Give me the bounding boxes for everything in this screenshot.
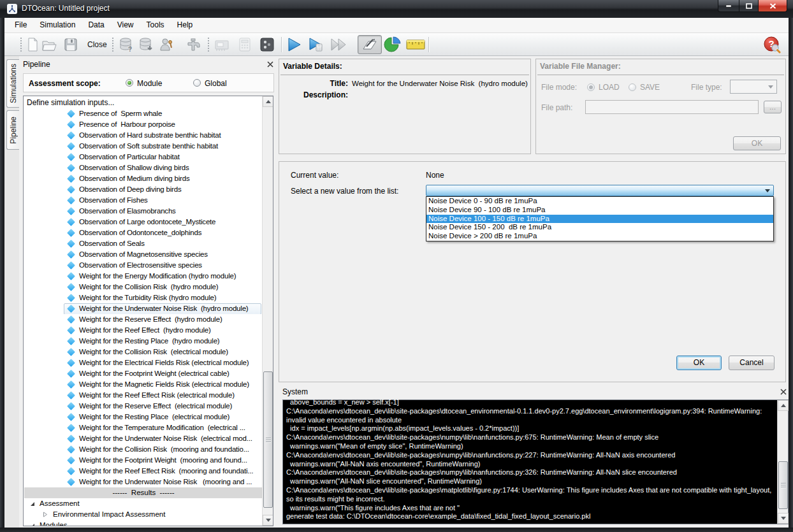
- hardware-button[interactable]: [214, 36, 230, 53]
- console-scrollbar[interactable]: [777, 400, 788, 524]
- tree-item[interactable]: Weight for the Underwater Noise Risk (el…: [24, 433, 263, 444]
- tree-item[interactable]: Observation of Soft substrate benthic ha…: [24, 141, 263, 152]
- tree-item[interactable]: Weight for the Reef Effect Risk (electri…: [24, 390, 263, 401]
- tree-item[interactable]: Observation of Odontoncete_dolphinds: [24, 227, 263, 238]
- file-manager-ok-button[interactable]: OK: [733, 136, 781, 150]
- file-type-select[interactable]: [730, 80, 777, 94]
- maximize-button[interactable]: [739, 0, 758, 12]
- tree-item[interactable]: Weight for the Footprint Weight (mooring…: [24, 455, 263, 466]
- tree-item[interactable]: Observation of Fishes: [24, 195, 263, 206]
- tree-item[interactable]: Observation of Large odontocete_Mysticet…: [24, 217, 263, 227]
- database-load-button[interactable]: [138, 36, 154, 53]
- inspect-mode-button[interactable]: [358, 35, 382, 54]
- tree-item[interactable]: Observation of Electrosensitive species: [24, 260, 263, 271]
- tree-item[interactable]: Weight for the Underwater Noise Risk (hy…: [24, 303, 263, 314]
- scroll-down-icon[interactable]: [263, 515, 273, 526]
- expanded-arrow-icon: [30, 523, 35, 526]
- tree-item[interactable]: Weight for the Underwater Noise Risk (mo…: [24, 477, 263, 487]
- menu-item[interactable]: View: [111, 18, 140, 32]
- save-radio-label[interactable]: SAVE: [640, 83, 660, 92]
- chart-mode-button[interactable]: [384, 36, 400, 53]
- tree-item[interactable]: Observation of Seals: [24, 238, 263, 249]
- tree-item[interactable]: Weight for the Collision Risk (electrica…: [24, 347, 263, 357]
- database-query-button[interactable]: ?: [118, 36, 135, 53]
- system-close-icon[interactable]: [779, 387, 788, 396]
- tree-item[interactable]: Weight for the Reef Effect Risk (mooring…: [24, 466, 263, 477]
- new-project-button[interactable]: [24, 36, 41, 53]
- ok-button[interactable]: OK: [676, 356, 722, 370]
- dropdown-option[interactable]: Noise Device > 200 dB re 1muPa: [426, 232, 773, 241]
- tree-item[interactable]: Observation of Elasmobranchs: [24, 206, 263, 217]
- strategy-panel-button[interactable]: [259, 36, 275, 53]
- tree-item[interactable]: Observation of Shallow diving birds: [24, 162, 263, 173]
- tree-item[interactable]: Observation of Deep diving birds: [24, 184, 263, 195]
- menu-item[interactable]: File: [8, 18, 33, 32]
- tree-item[interactable]: Weight for the Collision Risk (mooring a…: [24, 444, 263, 455]
- save-radio[interactable]: [629, 83, 636, 91]
- open-project-button[interactable]: [41, 36, 57, 53]
- tab-pipeline[interactable]: Pipeline: [6, 110, 19, 150]
- tree-item[interactable]: Weight for the Resting Place (hydro modu…: [24, 336, 263, 347]
- tab-simulations[interactable]: Simulations: [6, 59, 19, 108]
- scroll-down-icon[interactable]: [778, 513, 789, 524]
- run-calc-button[interactable]: [307, 36, 324, 53]
- tree-item[interactable]: Weight for the Resting Place (electrical…: [24, 412, 263, 422]
- tree-item[interactable]: Weight for the Collision Risk (hydro mod…: [24, 282, 263, 292]
- tree-item[interactable]: Weight for the Reserve Effect (electrica…: [24, 401, 263, 412]
- dropdown-option[interactable]: Noise Device 90 - 100 dB re 1muPa: [426, 206, 773, 215]
- tree-item[interactable]: Weight for the Electrical Fields Risk (e…: [24, 357, 263, 368]
- run-button[interactable]: [286, 36, 302, 53]
- run-all-button[interactable]: [330, 36, 346, 53]
- console-scroll-thumb[interactable]: [778, 461, 788, 509]
- minimize-button[interactable]: [718, 0, 739, 12]
- tap-button[interactable]: [185, 36, 201, 53]
- tree-item[interactable]: Weight for the Footprint Weight (electri…: [24, 368, 263, 379]
- tree-item[interactable]: Weight for the Temperature Modification …: [24, 422, 263, 433]
- menu-item[interactable]: Tools: [140, 18, 171, 32]
- tree-item[interactable]: Weight for the Turbidity Risk (hydro mod…: [24, 292, 263, 303]
- measure-button[interactable]: [405, 36, 422, 53]
- module-radio[interactable]: [126, 79, 133, 87]
- close-project-button[interactable]: Close: [85, 36, 110, 53]
- browse-button[interactable]: ...: [764, 101, 782, 113]
- tree-scroll-thumb[interactable]: [263, 371, 273, 508]
- dropdown-option[interactable]: Noise Device 100 - 150 dB re 1muPa: [426, 215, 773, 224]
- tree-item[interactable]: Presence of Harbour porpoise: [24, 119, 263, 130]
- tree-item[interactable]: Weight for the Magnetic Fields Risk (ele…: [24, 379, 263, 390]
- file-mode-label: File mode:: [541, 83, 577, 92]
- tree-item[interactable]: Observation of Medium diving birds: [24, 173, 263, 184]
- calculator-button[interactable]: [236, 36, 253, 53]
- tree-item[interactable]: Presence of Sperm whale: [24, 108, 263, 119]
- tree-branch-assessment[interactable]: Assessment: [24, 498, 263, 509]
- value-select[interactable]: [426, 185, 774, 196]
- tree-item[interactable]: Observation of Magnetosensitive species: [24, 249, 263, 260]
- scroll-up-icon[interactable]: [778, 400, 789, 411]
- tree-branch-environmental-impact[interactable]: Environmental Impact Assessment: [24, 509, 263, 520]
- tree-item[interactable]: Weight for the Reef Effect (hydro module…: [24, 325, 263, 336]
- dropdown-option[interactable]: Noise Device 0 - 90 dB re 1muPa: [426, 197, 773, 206]
- global-radio[interactable]: [193, 79, 201, 87]
- menu-item[interactable]: Help: [171, 18, 200, 32]
- cancel-button[interactable]: Cancel: [729, 356, 775, 370]
- load-radio[interactable]: [587, 83, 595, 91]
- save-project-button[interactable]: [62, 36, 79, 53]
- menu-item[interactable]: Simulation: [33, 18, 82, 32]
- help-button[interactable]: ?: [763, 36, 780, 53]
- scroll-up-icon[interactable]: [263, 96, 273, 107]
- load-radio-label[interactable]: LOAD: [599, 83, 620, 92]
- user-location-button[interactable]: [158, 36, 175, 53]
- tree-item[interactable]: Weight for the Reserve Effect (hydro mod…: [24, 314, 263, 325]
- tree-item[interactable]: Observation of Hard substrate benthic ha…: [24, 130, 263, 141]
- file-path-input[interactable]: [585, 100, 759, 114]
- dropdown-option[interactable]: Noise Device 150 - 200 dB re 1muPa: [426, 223, 773, 232]
- close-window-button[interactable]: [758, 0, 787, 12]
- tree-item[interactable]: Weight for the Energy Modification (hydr…: [24, 271, 263, 282]
- tree-item[interactable]: Observation of Particular habitat: [24, 152, 263, 162]
- global-radio-label[interactable]: Global: [205, 79, 227, 88]
- tree-branch-modules[interactable]: Modules: [24, 520, 263, 526]
- tree-root-label[interactable]: Define simulation inputs...: [24, 97, 263, 108]
- tree-scrollbar[interactable]: [262, 96, 273, 526]
- pipeline-close-icon[interactable]: [266, 60, 275, 69]
- module-radio-label[interactable]: Module: [137, 79, 162, 88]
- menu-item[interactable]: Data: [82, 18, 110, 32]
